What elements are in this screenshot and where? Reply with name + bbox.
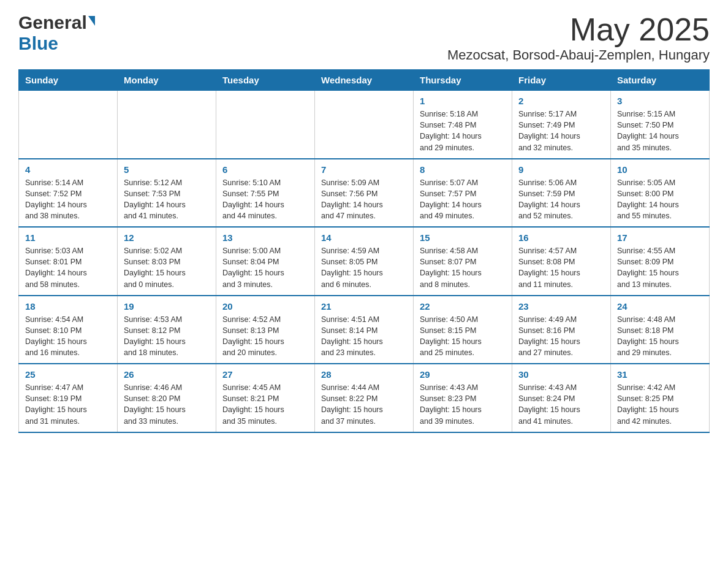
day-info: Sunrise: 4:59 AM Sunset: 8:05 PM Dayligh… [321,247,383,288]
calendar-cell: 11Sunrise: 5:03 AM Sunset: 8:01 PM Dayli… [19,227,118,296]
calendar-cell: 2Sunrise: 5:17 AM Sunset: 7:49 PM Daylig… [512,91,611,159]
calendar-week-row: 18Sunrise: 4:54 AM Sunset: 8:10 PM Dayli… [19,296,710,364]
calendar-cell: 30Sunrise: 4:43 AM Sunset: 8:24 PM Dayli… [512,364,611,432]
calendar-cell [19,91,118,159]
day-number: 4 [25,164,111,175]
day-number: 22 [420,301,506,312]
logo-arrow-icon [88,16,95,26]
day-info: Sunrise: 4:46 AM Sunset: 8:20 PM Dayligh… [124,383,186,425]
calendar-cell [118,91,216,159]
calendar-cell: 4Sunrise: 5:14 AM Sunset: 7:52 PM Daylig… [19,159,118,228]
day-number: 1 [420,96,506,106]
calendar-cell: 19Sunrise: 4:53 AM Sunset: 8:12 PM Dayli… [118,296,216,364]
title-block: May 2025 Mezocsat, Borsod-Abauj-Zemplen,… [447,12,710,63]
day-info: Sunrise: 4:45 AM Sunset: 8:21 PM Dayligh… [222,383,284,425]
calendar-cell: 16Sunrise: 4:57 AM Sunset: 8:08 PM Dayli… [512,227,611,296]
calendar-cell [216,91,315,159]
weekday-header-friday: Friday [512,70,611,91]
day-number: 5 [124,164,210,175]
calendar-cell: 9Sunrise: 5:06 AM Sunset: 7:59 PM Daylig… [512,159,611,228]
calendar-table: SundayMondayTuesdayWednesdayThursdayFrid… [18,69,710,433]
calendar-cell: 26Sunrise: 4:46 AM Sunset: 8:20 PM Dayli… [118,364,216,432]
day-info: Sunrise: 5:10 AM Sunset: 7:55 PM Dayligh… [222,178,284,220]
day-number: 14 [321,232,407,243]
calendar-week-row: 1Sunrise: 5:18 AM Sunset: 7:48 PM Daylig… [19,91,710,159]
day-number: 7 [321,164,407,175]
calendar-body: 1Sunrise: 5:18 AM Sunset: 7:48 PM Daylig… [19,91,710,432]
day-info: Sunrise: 5:18 AM Sunset: 7:48 PM Dayligh… [420,110,482,151]
day-number: 17 [617,232,703,243]
day-info: Sunrise: 4:58 AM Sunset: 8:07 PM Dayligh… [420,247,482,288]
day-number: 18 [25,301,111,312]
day-number: 15 [420,232,506,243]
weekday-header-wednesday: Wednesday [315,70,414,91]
day-info: Sunrise: 4:51 AM Sunset: 8:14 PM Dayligh… [321,315,383,357]
day-number: 23 [518,301,604,312]
day-info: Sunrise: 5:02 AM Sunset: 8:03 PM Dayligh… [124,247,186,288]
day-number: 26 [124,369,210,380]
day-number: 10 [617,164,703,175]
day-info: Sunrise: 5:09 AM Sunset: 7:56 PM Dayligh… [321,178,383,220]
day-number: 19 [124,301,210,312]
logo-general-text: General [18,12,87,33]
page-header: General Blue May 2025 Mezocsat, Borsod-A… [18,12,710,63]
weekday-header-row: SundayMondayTuesdayWednesdayThursdayFrid… [19,70,710,91]
day-number: 8 [420,164,506,175]
day-info: Sunrise: 5:12 AM Sunset: 7:53 PM Dayligh… [124,178,186,220]
day-info: Sunrise: 5:05 AM Sunset: 8:00 PM Dayligh… [617,178,679,220]
calendar-cell: 22Sunrise: 4:50 AM Sunset: 8:15 PM Dayli… [414,296,512,364]
day-number: 30 [518,369,604,380]
calendar-cell: 6Sunrise: 5:10 AM Sunset: 7:55 PM Daylig… [216,159,315,228]
day-info: Sunrise: 5:17 AM Sunset: 7:49 PM Dayligh… [518,110,580,151]
day-info: Sunrise: 4:54 AM Sunset: 8:10 PM Dayligh… [25,315,87,357]
calendar-title: May 2025 [447,12,710,47]
day-number: 28 [321,369,407,380]
calendar-cell [315,91,414,159]
calendar-cell: 15Sunrise: 4:58 AM Sunset: 8:07 PM Dayli… [414,227,512,296]
day-info: Sunrise: 5:14 AM Sunset: 7:52 PM Dayligh… [25,178,87,220]
calendar-cell: 8Sunrise: 5:07 AM Sunset: 7:57 PM Daylig… [414,159,512,228]
weekday-header-sunday: Sunday [19,70,118,91]
day-number: 9 [518,164,604,175]
calendar-cell: 13Sunrise: 5:00 AM Sunset: 8:04 PM Dayli… [216,227,315,296]
day-number: 31 [617,369,703,380]
day-number: 29 [420,369,506,380]
day-number: 13 [222,232,308,243]
calendar-week-row: 11Sunrise: 5:03 AM Sunset: 8:01 PM Dayli… [19,227,710,296]
day-info: Sunrise: 4:43 AM Sunset: 8:23 PM Dayligh… [420,383,482,425]
calendar-week-row: 25Sunrise: 4:47 AM Sunset: 8:19 PM Dayli… [19,364,710,432]
calendar-cell: 25Sunrise: 4:47 AM Sunset: 8:19 PM Dayli… [19,364,118,432]
calendar-header: SundayMondayTuesdayWednesdayThursdayFrid… [19,70,710,91]
weekday-header-monday: Monday [118,70,216,91]
calendar-cell: 21Sunrise: 4:51 AM Sunset: 8:14 PM Dayli… [315,296,414,364]
day-info: Sunrise: 4:49 AM Sunset: 8:16 PM Dayligh… [518,315,580,357]
calendar-cell: 17Sunrise: 4:55 AM Sunset: 8:09 PM Dayli… [611,227,710,296]
day-number: 20 [222,301,308,312]
logo: General Blue [18,12,95,54]
day-info: Sunrise: 4:42 AM Sunset: 8:25 PM Dayligh… [617,383,679,425]
day-info: Sunrise: 5:15 AM Sunset: 7:50 PM Dayligh… [617,110,679,151]
weekday-header-thursday: Thursday [414,70,512,91]
day-number: 12 [124,232,210,243]
day-number: 6 [222,164,308,175]
day-info: Sunrise: 4:57 AM Sunset: 8:08 PM Dayligh… [518,247,580,288]
day-number: 24 [617,301,703,312]
weekday-header-saturday: Saturday [611,70,710,91]
calendar-location: Mezocsat, Borsod-Abauj-Zemplen, Hungary [447,47,710,63]
weekday-header-tuesday: Tuesday [216,70,315,91]
day-info: Sunrise: 4:43 AM Sunset: 8:24 PM Dayligh… [518,383,580,425]
calendar-cell: 12Sunrise: 5:02 AM Sunset: 8:03 PM Dayli… [118,227,216,296]
day-info: Sunrise: 5:06 AM Sunset: 7:59 PM Dayligh… [518,178,580,220]
calendar-cell: 14Sunrise: 4:59 AM Sunset: 8:05 PM Dayli… [315,227,414,296]
day-number: 2 [518,96,604,106]
calendar-cell: 5Sunrise: 5:12 AM Sunset: 7:53 PM Daylig… [118,159,216,228]
day-info: Sunrise: 4:48 AM Sunset: 8:18 PM Dayligh… [617,315,679,357]
calendar-cell: 28Sunrise: 4:44 AM Sunset: 8:22 PM Dayli… [315,364,414,432]
day-info: Sunrise: 4:44 AM Sunset: 8:22 PM Dayligh… [321,383,383,425]
calendar-cell: 29Sunrise: 4:43 AM Sunset: 8:23 PM Dayli… [414,364,512,432]
day-number: 27 [222,369,308,380]
calendar-cell: 31Sunrise: 4:42 AM Sunset: 8:25 PM Dayli… [611,364,710,432]
day-info: Sunrise: 5:07 AM Sunset: 7:57 PM Dayligh… [420,178,482,220]
calendar-cell: 1Sunrise: 5:18 AM Sunset: 7:48 PM Daylig… [414,91,512,159]
calendar-cell: 18Sunrise: 4:54 AM Sunset: 8:10 PM Dayli… [19,296,118,364]
